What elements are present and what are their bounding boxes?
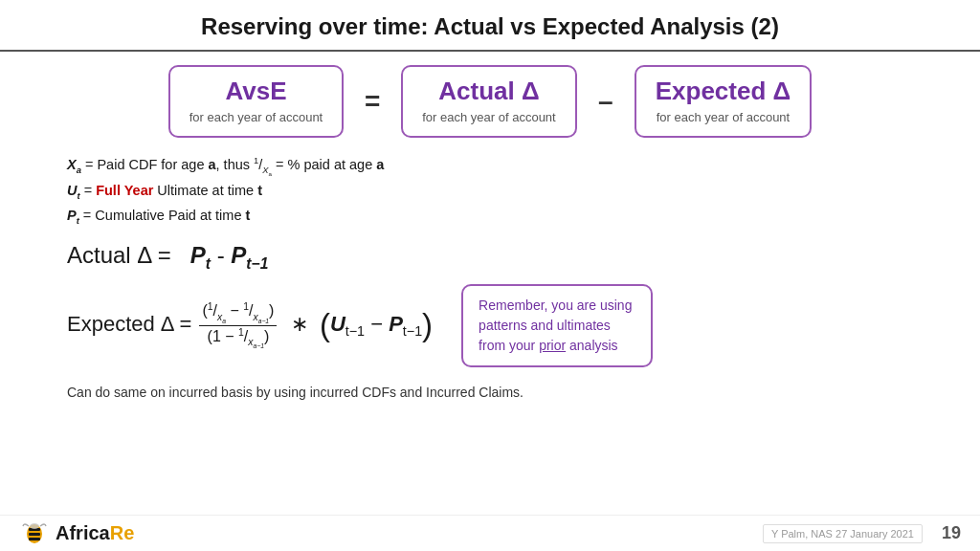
def-line3: Pt = Cumulative Paid at time t xyxy=(67,204,913,229)
def-pt-var: Pt xyxy=(67,208,79,223)
expected-sub: for each year of account xyxy=(656,110,791,126)
expected-section: Expected Δ = (1/xa − 1/xa−1) (1 − 1/xa−1… xyxy=(0,278,980,373)
def-pt-text: = Cumulative Paid at time t xyxy=(83,208,251,223)
num-sup2: 1 xyxy=(243,301,249,312)
definitions-section: Xa = Paid CDF for age a, thus 1/Xa = % p… xyxy=(0,147,980,232)
expected-term2: (Ut−1 − Pt−1) xyxy=(320,312,433,336)
svg-point-4 xyxy=(30,523,39,529)
def-xa-text: = Paid CDF for age a, thus xyxy=(85,157,254,172)
def-xa-var: Xa xyxy=(67,157,81,172)
def-xa-sup: 1 xyxy=(254,155,258,165)
expected-fraction: (1/xa − 1/xa−1) (1 − 1/xa−1) xyxy=(199,301,277,349)
def-ut-text: = Full Year Ultimate at time t xyxy=(84,183,262,198)
num-space: − xyxy=(230,303,238,320)
actual-pt1: Pt−1 xyxy=(231,242,268,268)
num-close-paren: ) xyxy=(269,303,274,320)
def-xa-sub: Xa xyxy=(262,165,272,175)
asterisk: ∗ xyxy=(285,312,320,336)
page-number: 19 xyxy=(942,523,961,543)
footer: AfricaRe Y Palm, NAS 27 January 2021 19 xyxy=(0,515,980,551)
actual-title: Actual Δ xyxy=(422,77,555,106)
svg-rect-3 xyxy=(29,538,40,540)
avse-box: AvsE for each year of account xyxy=(168,65,344,138)
den-open-paren: (1 − xyxy=(208,328,234,344)
svg-rect-2 xyxy=(29,533,40,536)
def-ut-var: Ut xyxy=(67,183,80,198)
logo-re-span: Re xyxy=(110,522,135,543)
avse-title: AvsE xyxy=(189,77,323,106)
reminder-prior: prior xyxy=(539,338,566,353)
footer-right: Y Palm, NAS 27 January 2021 19 xyxy=(763,523,961,543)
avse-sub: for each year of account xyxy=(189,110,323,126)
equals-operator: = xyxy=(361,86,384,117)
expected-formula: Expected Δ = (1/xa − 1/xa−1) (1 − 1/xa−1… xyxy=(67,301,433,349)
den-close-paren: ) xyxy=(264,328,269,344)
formula-row: AvsE for each year of account = Actual Δ… xyxy=(0,52,980,147)
actual-sub: for each year of account xyxy=(422,110,555,126)
logo: AfricaRe xyxy=(19,520,134,547)
logo-bee-icon xyxy=(19,520,50,547)
actual-label: Actual Δ = xyxy=(67,242,184,268)
num-sub1: xa xyxy=(217,312,226,322)
actual-minus: - xyxy=(217,242,232,268)
bottom-note: Can do same on incurred basis by using i… xyxy=(0,373,980,406)
actual-pt: Pt xyxy=(190,242,211,268)
def-line2: Ut = Full Year Ultimate at time t xyxy=(67,179,913,204)
logo-africa-re: AfricaRe xyxy=(56,522,134,544)
actual-formula: Actual Δ = Pt - Pt−1 xyxy=(67,242,913,273)
reminder-box: Remember, you are using patterns and ult… xyxy=(461,284,653,367)
expected-label: Expected Δ = xyxy=(67,312,197,336)
title-bar: Reserving over time: Actual vs Expected … xyxy=(0,0,980,52)
expected-title: Expected Δ xyxy=(656,77,791,106)
slide-title: Reserving over time: Actual vs Expected … xyxy=(38,13,942,40)
slide: Reserving over time: Actual vs Expected … xyxy=(0,0,980,551)
minus-sign: − xyxy=(370,312,389,336)
def-line1: Xa = Paid CDF for age a, thus 1/Xa = % p… xyxy=(67,153,913,179)
big-close: ) xyxy=(422,307,433,342)
full-year-label: Full Year xyxy=(96,183,153,198)
fraction-numerator: (1/xa − 1/xa−1) xyxy=(199,301,277,326)
reminder-text2: analysis xyxy=(566,338,617,353)
den-sub: xa−1 xyxy=(248,337,264,347)
actual-box: Actual Δ for each year of account xyxy=(401,65,576,138)
minus-operator: – xyxy=(594,86,617,117)
num-sup1: 1 xyxy=(208,301,213,312)
den-sup: 1 xyxy=(238,327,244,338)
expected-box: Expected Δ for each year of account xyxy=(635,65,813,138)
bottom-text: Can do same on incurred basis by using i… xyxy=(67,385,913,400)
def-xa-pct: = % paid at age a xyxy=(276,157,384,172)
footer-attribution: Y Palm, NAS 27 January 2021 xyxy=(763,524,923,543)
num-sub2: xa−1 xyxy=(253,312,269,322)
fraction-denominator: (1 − 1/xa−1) xyxy=(205,326,273,350)
big-open: ( xyxy=(320,307,330,342)
actual-section: Actual Δ = Pt - Pt−1 xyxy=(0,232,980,278)
